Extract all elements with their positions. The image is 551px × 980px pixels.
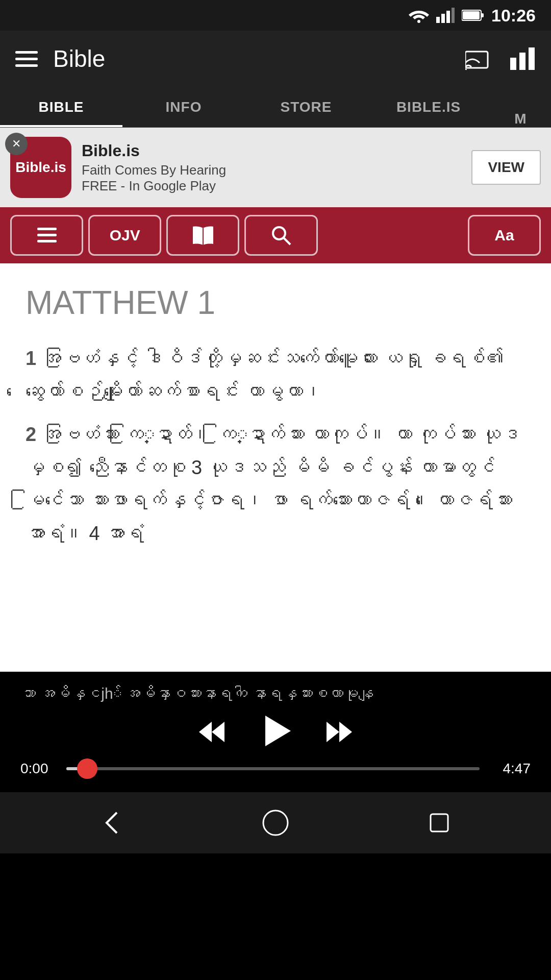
svg-marker-22 [327, 722, 339, 742]
svg-rect-4 [452, 8, 455, 23]
ad-view-button[interactable]: VIEW [471, 150, 541, 185]
stats-icon[interactable] [508, 47, 536, 70]
back-button[interactable] [99, 810, 124, 836]
verse-1: 1 အဗြဟံနှင့် ဒါဝိဒ်တို့မှဆင်းသက်တော်မူသေ… [26, 342, 525, 408]
tab-store[interactable]: STORE [245, 87, 367, 127]
verse-num-1: 1 [26, 348, 42, 369]
version-button[interactable]: OJV [88, 215, 161, 256]
total-time: 4:47 [490, 761, 531, 777]
recents-icon [427, 810, 452, 836]
signal-icon [436, 8, 455, 23]
ad-close-button[interactable]: ✕ [5, 133, 28, 155]
reader-toolbar: OJV Aa [0, 207, 551, 263]
svg-marker-23 [339, 722, 352, 742]
svg-rect-2 [441, 14, 445, 23]
svg-marker-21 [265, 716, 291, 746]
back-icon [99, 810, 124, 836]
recents-button[interactable] [427, 810, 452, 836]
version-label: OJV [110, 227, 140, 244]
svg-point-17 [273, 227, 285, 239]
audio-preview: သာ အမိနှငjh် အမိနှာဝသားနာရကါ နာရနှသားစကာ… [20, 682, 531, 705]
verse-2: 2 အဗြဟံသား ကြ္ဍာတ်။ ကြ္ဍာက်သား ယာကုပ်။ ယ… [26, 418, 525, 550]
ad-app-name: Bible.is [82, 141, 461, 160]
svg-marker-20 [212, 722, 224, 742]
verse-num-2: 2 [26, 424, 42, 445]
font-label: Aa [494, 227, 514, 244]
app-bar-left: Bible [15, 45, 105, 72]
svg-rect-3 [446, 11, 450, 23]
svg-rect-11 [519, 53, 525, 70]
tab-more[interactable]: M [490, 111, 551, 127]
current-time: 0:00 [20, 761, 56, 777]
fast-forward-button[interactable] [324, 719, 355, 745]
tab-bibleis[interactable]: BIBLE.IS [367, 87, 490, 127]
menu-button[interactable] [15, 51, 38, 67]
nav-bar [0, 792, 551, 853]
ad-subtitle2: FREE - In Google Play [82, 178, 461, 194]
ad-banner: ✕ Bible.is Bible.is Faith Comes By Heari… [0, 128, 551, 207]
svg-point-0 [417, 20, 420, 23]
play-button[interactable] [258, 713, 293, 750]
home-button[interactable] [262, 809, 289, 837]
wifi-icon [409, 8, 429, 23]
app-title: Bible [53, 45, 105, 72]
verse-text-2: အဗြဟံသား ကြ္ဍာတ်။ ကြ္ဍာက်သား ယာကုပ်။ ယာ … [26, 424, 520, 544]
verse-text-1: အဗြဟံနှင့် ဒါဝိဒ်တို့မှဆင်းသက်တော်မူသော … [26, 348, 505, 402]
svg-rect-12 [529, 47, 535, 70]
status-bar: 10:26 [0, 0, 551, 31]
fast-forward-icon [324, 719, 355, 745]
audio-controls [20, 713, 531, 750]
tabs: BIBLE INFO STORE BIBLE.IS M [0, 87, 551, 128]
book-button[interactable] [166, 215, 239, 256]
app-bar: Bible [0, 31, 551, 87]
svg-rect-14 [37, 234, 57, 236]
progress-bar[interactable] [66, 767, 480, 770]
svg-rect-15 [37, 240, 57, 242]
audio-player: သာ အမိနှငjh် အမိနှာဝသားနာရကါ နာရနှသားစကာ… [0, 672, 551, 792]
ad-info: Bible.is Faith Comes By Hearing FREE - I… [82, 141, 461, 194]
search-button[interactable] [244, 215, 317, 256]
svg-rect-10 [510, 58, 516, 70]
rewind-icon [196, 719, 227, 745]
cast-icon[interactable] [465, 47, 493, 70]
svg-rect-7 [481, 13, 484, 17]
svg-rect-13 [37, 228, 57, 230]
svg-point-24 [263, 811, 288, 835]
app-bar-right [465, 47, 536, 70]
ad-subtitle1: Faith Comes By Hearing [82, 162, 461, 178]
play-icon [258, 713, 293, 749]
tab-info[interactable]: INFO [122, 87, 245, 127]
tab-bible[interactable]: BIBLE [0, 87, 122, 127]
status-time: 10:26 [491, 6, 536, 26]
ad-icon-text: Bible.is [15, 159, 66, 176]
svg-rect-1 [436, 17, 440, 23]
progress-thumb[interactable] [77, 758, 97, 779]
progress-row: 0:00 4:47 [20, 761, 531, 777]
svg-line-18 [284, 238, 290, 244]
status-icons: 10:26 [409, 6, 536, 26]
svg-rect-25 [431, 814, 448, 831]
chapter-title: MATTHEW 1 [26, 284, 525, 322]
font-size-button[interactable]: Aa [468, 215, 541, 256]
reader-menu-button[interactable] [10, 215, 83, 256]
battery-icon [462, 9, 484, 21]
svg-rect-6 [463, 11, 480, 19]
svg-marker-19 [199, 722, 212, 742]
rewind-button[interactable] [196, 719, 227, 745]
home-icon [262, 809, 289, 837]
bible-content: MATTHEW 1 1 အဗြဟံနှင့် ဒါဝိဒ်တို့မှဆင်းသ… [0, 263, 551, 672]
